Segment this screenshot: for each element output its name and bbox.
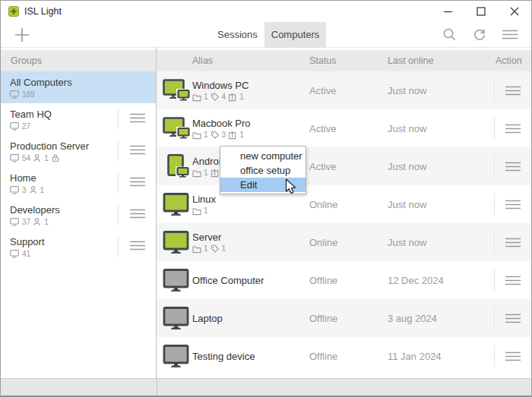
column-alias: Alias — [192, 55, 309, 66]
computer-alias: Linux — [192, 194, 309, 205]
table-row[interactable]: Linux 1 Online Just now — [157, 185, 531, 223]
desktop-offline-icon — [163, 345, 190, 368]
main-menu-button[interactable] — [495, 30, 525, 39]
table-row[interactable]: Office Computer Offline 12 Dec 2024 — [157, 261, 531, 299]
share-count: 1 — [239, 131, 244, 139]
sidebar-item-developers[interactable]: Developers 37 1 — [1, 199, 156, 231]
share-count: 1 — [239, 93, 244, 101]
computer-alias: Testing device — [192, 351, 309, 362]
group-actions-button[interactable] — [129, 112, 146, 126]
group-actions-button[interactable] — [129, 208, 146, 222]
title-bar: ISL Light — [1, 1, 531, 22]
column-last-online: Last online — [388, 55, 494, 66]
group-actions-button[interactable] — [129, 144, 146, 158]
menu-icon — [129, 145, 146, 155]
sidebar-item-all-computers[interactable]: All Computers 189 — [1, 71, 156, 103]
refresh-button[interactable] — [464, 28, 495, 42]
row-actions-button[interactable] — [494, 147, 531, 185]
tag-icon — [211, 93, 220, 102]
desktop-dual-icon — [163, 79, 192, 102]
table-row[interactable]: Server 1 1 Online Just now — [157, 223, 531, 261]
computer-count-icon — [10, 154, 19, 162]
tab-sessions[interactable]: Sessions — [211, 22, 264, 47]
menu-item-edit[interactable]: Edit — [220, 178, 306, 192]
last-online-value: 12 Dec 2024 — [388, 275, 494, 286]
status-value: Active — [309, 161, 388, 172]
row-actions-button[interactable] — [494, 261, 531, 299]
row-actions-button[interactable] — [494, 223, 531, 261]
close-button[interactable] — [498, 1, 531, 22]
desktop-icon — [163, 193, 190, 216]
divider — [118, 237, 119, 257]
row-actions-button[interactable] — [494, 299, 531, 337]
sidebar-item-team-hq[interactable]: Team HQ 27 — [1, 103, 156, 135]
group-name: Team HQ — [10, 109, 52, 120]
groups-header: Groups — [1, 50, 156, 71]
computer-alias: Laptop — [192, 313, 309, 324]
folder-count: 1 — [204, 131, 208, 139]
app-logo-icon — [8, 6, 19, 17]
maximize-button[interactable] — [464, 1, 498, 22]
divider — [118, 173, 119, 193]
table-row[interactable]: Laptop Offline 3 aug 2024 — [157, 299, 531, 337]
computer-count: 3 — [22, 186, 27, 194]
status-bar — [1, 378, 531, 396]
minimize-button[interactable] — [431, 1, 464, 22]
menu-icon — [129, 209, 146, 219]
folder-count: 1 — [204, 206, 208, 215]
share-icon — [211, 169, 220, 178]
divider — [118, 141, 119, 161]
last-online-value: Just now — [388, 161, 494, 172]
desktop-dual-icon — [163, 117, 192, 140]
share-icon — [228, 93, 237, 102]
status-value: Active — [309, 123, 388, 134]
table-header: Alias Status Last online Action — [157, 50, 531, 71]
status-value: Online — [309, 199, 388, 210]
refresh-icon — [473, 28, 486, 42]
group-actions-button[interactable] — [129, 176, 146, 190]
computer-count-icon — [10, 122, 19, 131]
menu-item-new-computer[interactable]: new computer — [220, 149, 306, 163]
row-actions-button[interactable] — [494, 109, 531, 147]
toolbar: Sessions Computers — [1, 22, 531, 48]
row-actions-button[interactable] — [494, 337, 531, 375]
sidebar-item-production-server[interactable]: Production Server 54 1 — [1, 135, 156, 167]
tag-count: 3 — [222, 131, 226, 139]
tag-icon — [211, 244, 220, 254]
sidebar-item-home[interactable]: Home 3 1 — [1, 167, 156, 199]
tab-computers[interactable]: Computers — [264, 22, 327, 47]
window-controls — [431, 1, 531, 22]
row-actions-button[interactable] — [494, 185, 531, 223]
user-count-icon — [30, 186, 37, 194]
table-row[interactable]: Windows PC 1 4 1 Active Just now — [157, 71, 531, 109]
computer-alias: Office Computer — [192, 275, 309, 286]
last-online-value: Just now — [388, 85, 494, 96]
search-button[interactable] — [434, 28, 464, 41]
status-value: Offline — [309, 275, 388, 286]
tag-count: 1 — [222, 244, 226, 253]
desktop-icon — [163, 231, 190, 254]
folder-count: 1 — [204, 93, 208, 101]
computer-count-icon — [10, 90, 19, 99]
group-name: Support — [10, 236, 45, 247]
row-actions-button[interactable] — [494, 71, 531, 109]
group-name: Developers — [10, 204, 60, 216]
computer-count-icon — [10, 218, 19, 226]
groups-sidebar: Groups All Computers 189 Team HQ 27 — [1, 48, 157, 378]
group-name: Home — [10, 172, 44, 184]
sidebar-item-support[interactable]: Support 41 — [1, 231, 156, 263]
table-row[interactable]: Macbook Pro 1 3 1 Active Just now — [157, 109, 531, 147]
group-actions-button[interactable] — [129, 240, 146, 254]
tablet-icon — [163, 154, 192, 178]
search-icon — [443, 28, 456, 41]
computer-alias: Server — [192, 232, 309, 243]
computer-count: 41 — [22, 250, 30, 258]
new-session-button[interactable] — [1, 22, 43, 47]
computer-alias: Windows PC — [192, 80, 309, 91]
menu-item-office-setup[interactable]: office setup — [220, 163, 306, 178]
folder-icon — [192, 93, 201, 102]
table-row[interactable]: Android 1 1 Active Just now — [157, 147, 531, 185]
menu-icon — [505, 314, 521, 323]
menu-icon — [505, 162, 521, 172]
table-row[interactable]: Testing device Offline 11 Jan 2024 — [157, 337, 531, 375]
